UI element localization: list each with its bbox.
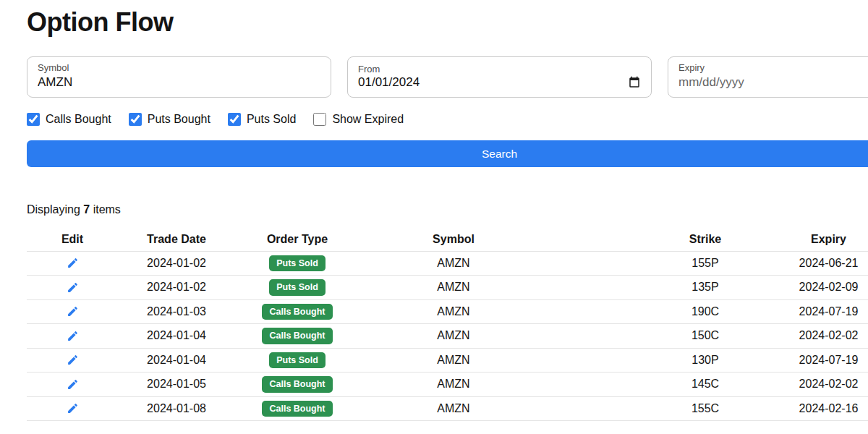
pencil-icon [67,402,79,414]
table-row: 2024-01-03 Calls Bought AMZN 190C 2024-0… [27,299,868,324]
edit-cell [27,251,118,276]
from-field-label: From [358,64,641,76]
table-row: 2024-01-02 Puts Sold AMZN 135P 2024-02-0… [27,276,868,300]
results-count-number: 7 [83,203,90,216]
symbol-cell: AMZN [359,396,548,421]
checkbox-input[interactable] [313,113,326,126]
edit-button[interactable] [65,352,80,367]
edit-button[interactable] [65,255,80,271]
results-prefix: Displaying [27,203,80,216]
table-row: 2024-01-04 Calls Bought AMZN 150C 2024-0… [27,324,868,349]
trade-date-cell: 2024-01-05 [118,373,235,397]
strike-cell: 130P [548,348,779,373]
expiry-cell: 2024-07-19 [779,348,868,373]
checkbox-row: Calls Bought Puts Bought Puts Sold Show … [27,113,868,126]
order-type-badge: Puts Sold [269,255,326,272]
edit-button[interactable] [65,304,80,319]
pencil-icon [67,305,79,318]
expiry-date-input[interactable] [678,75,868,91]
checkbox-input[interactable] [129,113,142,126]
edit-cell [27,348,118,373]
order-type-cell: Puts Sold [235,251,359,276]
expiry-cell: 2024-02-09 [779,276,868,300]
strike-cell: 155C [548,396,779,421]
trade-date-cell: 2024-01-04 [118,348,235,373]
page-title: Option Flow [27,7,868,38]
order-type-cell: Calls Bought [235,299,359,324]
column-header-strike: Strike [548,228,779,251]
symbol-field-label: Symbol [38,62,320,75]
order-type-badge: Calls Bought [262,304,332,320]
column-header-order-type: Order Type [235,228,359,251]
order-type-badge: Puts Sold [269,352,326,369]
edit-button[interactable] [65,401,80,416]
table-row: 2024-01-05 Calls Bought AMZN 145C 2024-0… [27,373,868,397]
results-count: Displaying 7 items [27,203,868,216]
trade-date-cell: 2024-01-08 [118,396,235,421]
checkbox-label: Show Expired [332,113,404,126]
edit-cell [27,276,118,300]
trade-date-cell: 2024-01-03 [118,299,235,324]
edit-cell [27,324,118,349]
table-row: 2024-01-08 Calls Bought AMZN 155C 2024-0… [27,396,868,421]
order-type-badge: Calls Bought [262,401,332,417]
checkbox-show-expired[interactable]: Show Expired [313,113,404,126]
strike-cell: 145C [548,373,779,397]
order-type-badge: Calls Bought [262,328,332,344]
pencil-icon [67,257,79,269]
trade-date-cell: 2024-01-02 [118,276,235,300]
order-type-cell: Calls Bought [235,324,359,349]
from-date-input[interactable] [358,75,628,90]
strike-cell: 190C [548,299,779,324]
option-flow-table: EditTrade DateOrder TypeSymbolStrikeExpi… [27,228,868,421]
symbol-field[interactable]: Symbol [27,56,331,98]
edit-cell [27,299,118,324]
from-date-field[interactable]: From [347,56,652,98]
order-type-cell: Calls Bought [235,373,359,397]
expiry-cell: 2024-06-21 [779,251,868,276]
table-row: 2024-01-04 Puts Sold AMZN 130P 2024-07-1… [27,348,868,373]
checkbox-label: Puts Sold [247,113,296,126]
filters-row: Symbol From Expiry [27,56,868,98]
edit-button[interactable] [65,377,80,392]
checkbox-label: Puts Bought [148,113,210,126]
order-type-badge: Calls Bought [262,376,332,393]
order-type-badge: Puts Sold [269,279,326,296]
symbol-cell: AMZN [359,251,548,276]
symbol-cell: AMZN [359,276,548,300]
order-type-cell: Calls Bought [235,396,359,421]
expiry-cell: 2024-02-02 [779,324,868,349]
edit-cell [27,396,118,421]
column-header-expiry: Expiry [779,228,868,251]
column-header-symbol: Symbol [359,228,548,251]
trade-date-cell: 2024-01-02 [118,251,235,276]
checkbox-label: Calls Bought [46,113,111,126]
symbol-cell: AMZN [359,348,548,373]
edit-cell [27,373,118,397]
checkbox-puts-sold[interactable]: Puts Sold [228,113,296,126]
expiry-date-field[interactable]: Expiry [668,56,868,98]
pencil-icon [67,330,79,342]
page: Option Flow Symbol From Expiry Calls Bou… [27,7,868,421]
strike-cell: 155P [548,251,779,276]
order-type-cell: Puts Sold [235,276,359,300]
checkbox-input[interactable] [228,113,241,126]
order-type-cell: Puts Sold [235,348,359,373]
table-header-row: EditTrade DateOrder TypeSymbolStrikeExpi… [27,228,868,251]
symbol-cell: AMZN [359,373,548,397]
pencil-icon [67,354,79,366]
search-button[interactable]: Search [27,140,868,167]
symbol-input[interactable] [38,75,320,91]
pencil-icon [67,378,79,391]
checkbox-calls-bought[interactable]: Calls Bought [27,113,111,126]
checkbox-puts-bought[interactable]: Puts Bought [129,113,210,126]
edit-button[interactable] [65,280,80,295]
expiry-cell: 2024-07-19 [779,299,868,324]
strike-cell: 135P [548,276,779,300]
edit-button[interactable] [65,328,80,344]
strike-cell: 150C [548,324,779,349]
expiry-cell: 2024-02-16 [779,396,868,421]
calendar-icon[interactable] [628,76,641,89]
checkbox-input[interactable] [27,113,40,126]
from-input-row [358,75,641,90]
